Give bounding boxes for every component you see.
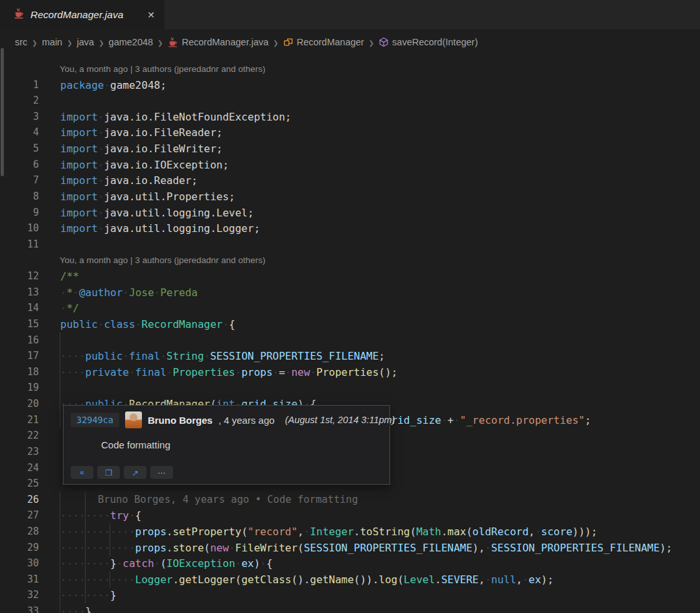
line-number[interactable]: 5 [0,141,39,157]
line-number[interactable]: 2 [0,93,39,109]
code-token: . [167,542,173,554]
code-line-content: ········} [60,587,117,603]
code-line-content: ·*/ [60,300,79,316]
code-line[interactable]: 26Bruno Borges, 4 years ago • Code forma… [0,492,700,508]
code-token: { [229,318,235,330]
code-line[interactable]: 32········} [0,587,700,603]
line-number[interactable]: 27 [0,507,39,524]
code-token: . [167,526,173,538]
code-line[interactable]: 3import·java.io.FileNotFoundException; [0,109,700,125]
whitespace-dots: ···· [60,350,86,362]
code-line[interactable]: 17····public·final·String·SESSION_PROPER… [0,348,700,364]
code-token: import [60,222,98,235]
code-token: } [86,605,92,613]
code-line[interactable]: 33····} [0,603,700,613]
line-number[interactable]: 22 [0,428,39,444]
line-number[interactable]: 26 [0,492,39,508]
whitespace-dots: · [98,318,104,330]
code-line[interactable]: 29············props.store(new·FileWriter… [0,540,700,556]
line-number[interactable]: 25 [0,476,39,492]
line-number[interactable]: 28 [0,524,39,540]
code-token: log [379,573,397,586]
code-line[interactable]: 28············props.setProperty("record"… [0,524,700,540]
code-token: props [135,542,167,554]
code-token: ), [472,542,485,554]
code-line[interactable]: 31············Logger.getLogger(getClass(… [0,572,700,588]
line-number[interactable]: 20 [0,396,39,412]
code-token: SESSION_PROPERTIES_FILENAME [210,350,379,362]
line-number[interactable]: 32 [0,587,39,603]
line-number[interactable]: 13 [0,284,39,301]
line-number[interactable]: 3 [0,109,39,125]
code-line[interactable]: 11 [0,237,700,253]
line-number[interactable]: 16 [0,332,39,349]
whitespace-dots: · [229,542,235,554]
code-line[interactable]: 9import·java.util.logging.Level; [0,205,700,221]
line-number[interactable]: 33 [0,603,39,613]
whitespace-dots: · [204,350,211,362]
code-token: Properties [172,366,235,378]
whitespace-dots: · [98,159,104,171]
code-line[interactable]: 2 [0,93,700,109]
commit-age: , 4 years ago [218,415,275,426]
line-number[interactable]: 10 [0,220,39,237]
line-number[interactable]: 17 [0,348,39,364]
code-line[interactable]: 13·*·@author·Jose·Pereda [0,284,700,301]
code-token: java.io.IOException; [104,159,229,171]
code-line[interactable]: 12/** [0,268,700,284]
line-number[interactable]: 14 [0,300,39,316]
line-number[interactable]: 15 [0,316,39,332]
line-number[interactable]: 24 [0,460,39,476]
git-blame-lens[interactable]: You, a month ago | 3 authors (jperedadnr… [60,62,265,76]
code-token: java.io.Reader; [104,174,198,187]
line-number[interactable]: 11 [0,237,39,253]
line-number[interactable]: 29 [0,540,39,556]
line-number[interactable]: 7 [0,172,39,189]
code-token: java.util.Properties; [104,191,235,203]
line-number[interactable]: 23 [0,444,39,460]
indent-guide [60,380,60,396]
code-line[interactable]: 6import·java.io.IOException; [0,157,700,173]
line-number[interactable]: 4 [0,124,39,141]
code-line-content: ····} [60,603,91,613]
code-line[interactable]: 5import·java.io.FileWriter; [0,141,700,157]
code-token: { [135,509,142,522]
code-line[interactable]: 15public·class·RecordManager·{ [0,316,700,332]
code-line-content: import·java.io.FileReader; [60,124,222,141]
line-number[interactable]: 21 [0,412,39,428]
line-number[interactable]: 30 [0,555,39,572]
code-token: , [516,573,522,586]
code-line[interactable]: 7import·java.io.Reader; [0,172,700,189]
code-line[interactable]: 30········}·catch·(IOException·ex)·{ [0,555,700,572]
line-number[interactable]: 12 [0,268,39,284]
whitespace-dots: · [522,573,529,586]
line-number[interactable]: 1 [0,77,39,93]
line-number[interactable]: 6 [0,157,39,173]
more-actions-button[interactable]: ⋯ [150,466,173,479]
code-line-content: import·java.io.FileWriter; [60,141,222,157]
open-previous-revision-button[interactable]: « [71,466,93,479]
open-remote-button[interactable]: ↗ [124,466,146,479]
line-number[interactable]: 19 [0,380,39,396]
line-number[interactable]: 9 [0,205,39,221]
commit-hash-link[interactable]: 32949ca [71,413,119,427]
code-line[interactable]: 27········try·{ [0,507,700,524]
code-line[interactable]: 4import·java.io.FileReader; [0,124,700,141]
code-line[interactable]: 16 [0,332,700,349]
editor-code-area[interactable]: You, a month ago | 3 authors (jperedadnr… [0,0,700,613]
code-line[interactable]: 10import·java.util.logging.Logger; [0,220,700,237]
code-line[interactable]: 14·*/ [0,300,700,316]
code-line[interactable]: 8import·java.util.Properties; [0,189,700,205]
line-number[interactable]: 31 [0,572,39,588]
copy-commit-button[interactable]: ❐ [97,466,120,479]
git-blame-lens[interactable]: You, a month ago | 3 authors (jperedadnr… [60,253,265,268]
code-token: public [60,318,98,330]
left-scrollbar[interactable] [1,48,4,176]
code-line[interactable]: 19 [0,380,700,396]
line-number[interactable]: 8 [0,189,39,205]
whitespace-dots: · [98,191,104,203]
code-line[interactable]: 18····private·final·Properties·props·=·n… [0,364,700,380]
indent-guide [60,332,60,349]
code-line[interactable]: 1package·game2048; [0,77,700,93]
line-number[interactable]: 18 [0,364,39,380]
